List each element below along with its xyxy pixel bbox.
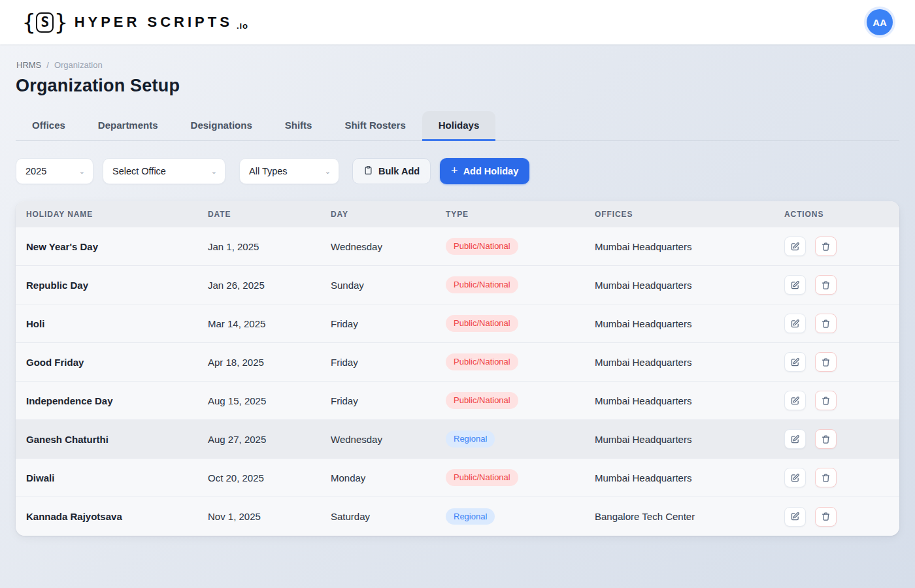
table-row[interactable]: Holi Mar 14, 2025 Friday Public/National…	[16, 304, 899, 343]
type-select[interactable]: All Types ⌄	[239, 158, 339, 184]
tab-bar: Offices Departments Designations Shifts …	[16, 110, 899, 141]
holiday-date: Mar 14, 2025	[208, 318, 331, 329]
breadcrumb-hrms[interactable]: HRMS	[16, 60, 41, 70]
holiday-day: Friday	[331, 357, 446, 368]
delete-holiday-button[interactable]	[815, 391, 837, 410]
add-holiday-button[interactable]: + Add Holiday	[440, 158, 529, 184]
table-row[interactable]: New Year's Day Jan 1, 2025 Wednesday Pub…	[16, 227, 899, 266]
logo-brace-left: {	[22, 11, 35, 33]
tab-shifts[interactable]: Shifts	[269, 111, 329, 141]
holiday-offices: Bangalore Tech Center	[595, 511, 784, 522]
table-row[interactable]: Republic Day Jan 26, 2025 Sunday Public/…	[16, 266, 899, 304]
col-holiday-name: Holiday Name	[26, 210, 208, 219]
logo-brace-right: }	[54, 11, 67, 33]
edit-pencil-icon	[790, 280, 800, 290]
plus-icon: +	[451, 165, 458, 176]
top-bar: { S } Hyper Scripts .io AA	[0, 0, 915, 44]
trash-icon	[821, 473, 831, 483]
office-select[interactable]: Select Office ⌄	[103, 158, 225, 184]
edit-pencil-icon	[790, 357, 800, 367]
tab-designations[interactable]: Designations	[175, 111, 269, 141]
delete-holiday-button[interactable]	[815, 468, 837, 487]
edit-holiday-button[interactable]	[784, 352, 806, 372]
holiday-date: Aug 27, 2025	[208, 434, 331, 445]
breadcrumb: HRMS / Organization	[16, 60, 899, 70]
table-body: New Year's Day Jan 1, 2025 Wednesday Pub…	[16, 227, 899, 536]
tab-shift-rosters[interactable]: Shift Rosters	[328, 111, 422, 141]
holiday-type-badge: Regional	[446, 431, 495, 448]
table-row[interactable]: Ganesh Chaturthi Aug 27, 2025 Wednesday …	[16, 420, 899, 459]
breadcrumb-separator: /	[46, 60, 49, 70]
page-title: Organization Setup	[16, 76, 899, 96]
year-select[interactable]: 2025 ⌄	[16, 158, 93, 184]
trash-icon	[821, 319, 831, 329]
holiday-offices: Mumbai Headquarters	[595, 357, 784, 368]
edit-holiday-button[interactable]	[784, 275, 806, 295]
edit-holiday-button[interactable]	[784, 507, 806, 527]
holiday-type-badge: Public/National	[446, 238, 518, 255]
edit-holiday-button[interactable]	[784, 391, 806, 410]
breadcrumb-organization: Organization	[54, 60, 103, 70]
holiday-date: Nov 1, 2025	[208, 511, 331, 522]
holiday-day: Monday	[331, 472, 446, 483]
delete-holiday-button[interactable]	[815, 237, 837, 256]
holiday-type-badge: Public/National	[446, 276, 518, 293]
delete-holiday-button[interactable]	[815, 429, 837, 449]
office-select-value: Select Office	[112, 166, 166, 176]
tab-holidays[interactable]: Holidays	[422, 111, 496, 141]
holiday-name: Diwali	[26, 472, 208, 483]
brand-name: Hyper Scripts	[75, 14, 233, 31]
user-avatar[interactable]: AA	[867, 9, 893, 35]
holiday-name: Holi	[26, 318, 208, 329]
table-row[interactable]: Kannada Rajyotsava Nov 1, 2025 Saturday …	[16, 497, 899, 536]
edit-holiday-button[interactable]	[784, 429, 806, 449]
holiday-offices: Mumbai Headquarters	[595, 280, 784, 291]
holiday-type-badge: Public/National	[446, 392, 518, 409]
tab-departments[interactable]: Departments	[82, 111, 175, 141]
edit-holiday-button[interactable]	[784, 314, 806, 333]
delete-holiday-button[interactable]	[815, 352, 837, 372]
col-type: Type	[446, 210, 595, 219]
holiday-date: Aug 15, 2025	[208, 395, 331, 406]
trash-icon	[821, 434, 831, 444]
delete-holiday-button[interactable]	[815, 507, 837, 527]
brand-logo[interactable]: { S } Hyper Scripts .io	[22, 11, 248, 33]
edit-pencil-icon	[790, 434, 800, 444]
year-select-value: 2025	[25, 166, 46, 176]
delete-holiday-button[interactable]	[815, 314, 837, 333]
edit-pencil-icon	[790, 242, 800, 252]
bulk-add-button[interactable]: Bulk Add	[352, 158, 431, 184]
clipboard-icon	[363, 165, 373, 177]
holiday-type-badge: Regional	[446, 508, 495, 525]
edit-pencil-icon	[790, 512, 800, 521]
table-row[interactable]: Independence Day Aug 15, 2025 Friday Pub…	[16, 382, 899, 420]
holiday-offices: Mumbai Headquarters	[595, 318, 784, 329]
holiday-day: Sunday	[331, 280, 446, 291]
holiday-type-badge: Public/National	[446, 469, 518, 486]
col-offices: Offices	[595, 210, 784, 219]
holiday-day: Friday	[331, 318, 446, 329]
table-row[interactable]: Diwali Oct 20, 2025 Monday Public/Nation…	[16, 459, 899, 497]
edit-holiday-button[interactable]	[784, 468, 806, 487]
trash-icon	[821, 357, 831, 367]
holiday-offices: Mumbai Headquarters	[595, 434, 784, 445]
chevron-down-icon: ⌄	[211, 167, 217, 176]
holiday-date: Oct 20, 2025	[208, 472, 331, 483]
holiday-name: Independence Day	[26, 395, 208, 406]
trash-icon	[821, 396, 831, 406]
holiday-name: Kannada Rajyotsava	[26, 511, 208, 522]
holiday-name: Good Friday	[26, 357, 208, 368]
holiday-date: Jan 1, 2025	[208, 241, 331, 252]
edit-holiday-button[interactable]	[784, 237, 806, 256]
delete-holiday-button[interactable]	[815, 275, 837, 295]
holiday-day: Saturday	[331, 511, 446, 522]
main-content: HRMS / Organization Organization Setup O…	[0, 44, 915, 536]
brand-logo-icon: { S }	[22, 11, 68, 33]
tab-offices[interactable]: Offices	[16, 111, 82, 141]
holiday-day: Friday	[331, 395, 446, 406]
chevron-down-icon: ⌄	[325, 167, 331, 176]
col-day: Day	[331, 210, 446, 219]
table-row[interactable]: Good Friday Apr 18, 2025 Friday Public/N…	[16, 343, 899, 382]
holiday-offices: Mumbai Headquarters	[595, 241, 784, 252]
holiday-offices: Mumbai Headquarters	[595, 395, 784, 406]
